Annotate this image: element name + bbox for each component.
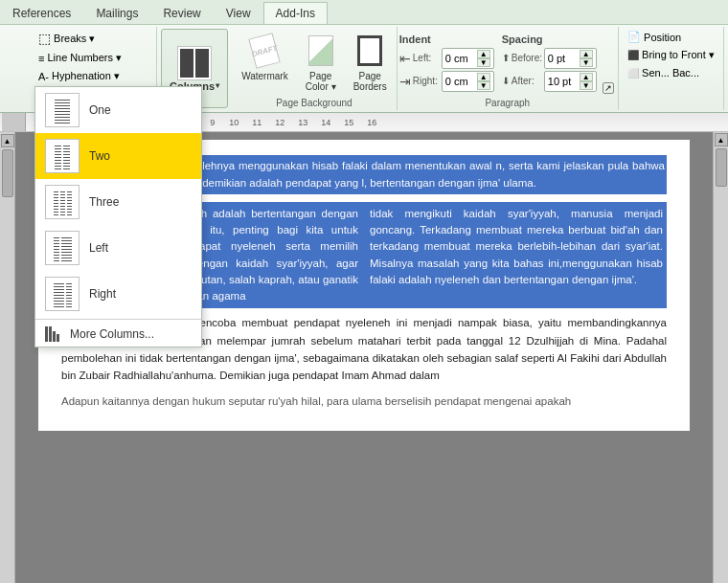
indent-left-input[interactable]: 0 cm ▲ ▼ <box>442 48 494 69</box>
position-button[interactable]: 📄 Position <box>623 29 686 45</box>
watermark-icon: DRAFT <box>249 33 280 69</box>
indent-left-down[interactable]: ▼ <box>477 58 490 67</box>
page-borders-label: PageBorders <box>353 71 387 92</box>
spacing-before-down[interactable]: ▼ <box>580 58 593 67</box>
indent-right-row: ⇥ Right: 0 cm ▲ ▼ <box>399 71 494 92</box>
columns-dropdown-arrow: ▾ <box>216 81 219 90</box>
arrange-items: 📄 Position ⬛ Bring to Front ▾ ⬜ Sen... B… <box>623 29 719 106</box>
send-back-label: Sen... Bac... <box>642 67 699 78</box>
indent-heading: Indent <box>399 34 494 45</box>
scroll-up-right[interactable]: ▲ <box>715 133 728 146</box>
more-columns-label: More Columns... <box>70 327 154 341</box>
spacing-before-input[interactable]: 0 pt ▲ ▼ <box>544 48 597 69</box>
v-scrollbar[interactable]: ▲ <box>0 132 15 583</box>
page-bg-group-label: Page Background <box>276 96 353 108</box>
spacing-heading: Spacing <box>502 34 597 45</box>
watermark-button[interactable]: DRAFT Watermark <box>235 29 295 85</box>
columns-right-item[interactable]: Right <box>35 271 201 317</box>
v-scrollbar-right[interactable]: ▲ <box>713 132 728 583</box>
page-bg-items: DRAFT Watermark PageColor ▾ PageBor <box>235 29 394 96</box>
columns-icon <box>177 46 212 80</box>
spacing-before-spinner[interactable]: ▲ ▼ <box>580 50 593 67</box>
columns-two-item[interactable]: Two <box>35 133 201 179</box>
indent-right-label: ⇥ Right: <box>399 74 438 89</box>
columns-three-label: Three <box>89 195 119 209</box>
scroll-up-button[interactable]: ▲ <box>1 134 14 147</box>
indent-left-label: ⇤ Left: <box>399 51 438 66</box>
columns-dropdown-menu: One Two Three Left Right <box>34 86 202 348</box>
spacing-before-up[interactable]: ▲ <box>580 50 593 58</box>
columns-one-icon <box>45 93 80 127</box>
paragraph-expander[interactable]: ↗ <box>603 82 614 94</box>
indent-section: Indent ⇤ Left: 0 cm ▲ ▼ <box>399 34 494 92</box>
group-arrange: 📄 Position ⬛ Bring to Front ▾ ⬜ Sen... B… <box>619 27 724 110</box>
indent-left-spinner[interactable]: ▲ ▼ <box>477 50 490 67</box>
spacing-after-spinner[interactable]: ▲ ▼ <box>580 73 593 90</box>
spacing-after-label: ⬇ After: <box>502 76 540 86</box>
page-color-button[interactable]: PageColor ▾ <box>299 29 343 96</box>
columns-three-icon <box>45 185 80 219</box>
indent-left-row: ⇤ Left: 0 cm ▲ ▼ <box>399 48 494 69</box>
spacing-section: Spacing ⬆ Before: 0 pt ▲ ▼ <box>502 34 597 92</box>
ribbon-tabs: References Mailings Review View Add-Ins <box>0 0 728 25</box>
columns-right-label: Right <box>89 287 116 301</box>
tab-mailings[interactable]: Mailings <box>83 2 150 24</box>
watermark-label: Watermark <box>241 71 288 81</box>
columns-two-icon <box>45 139 80 173</box>
columns-three-item[interactable]: Three <box>35 179 201 225</box>
columns-left-label: Left <box>89 241 108 255</box>
breaks-button[interactable]: ⬚ Breaks ▾ <box>34 29 100 48</box>
group-page-background: DRAFT Watermark PageColor ▾ PageBor <box>232 27 398 110</box>
columns-left-item[interactable]: Left <box>35 225 201 271</box>
paragraph-items: Indent ⇤ Left: 0 cm ▲ ▼ <box>399 29 616 96</box>
send-backward-button[interactable]: ⬜ Sen... Bac... <box>623 65 704 80</box>
columns-two-label: Two <box>89 149 110 163</box>
columns-right-icon <box>45 277 80 311</box>
indent-right-up[interactable]: ▲ <box>477 73 490 81</box>
tab-references[interactable]: References <box>0 2 83 24</box>
line-numbers-button[interactable]: ≡ Line Numbers ▾ <box>34 50 126 66</box>
spacing-after-input[interactable]: 10 pt ▲ ▼ <box>544 71 597 92</box>
more-columns-item[interactable]: More Columns... <box>35 322 201 347</box>
ruler-margin-marker <box>2 113 26 131</box>
tab-review[interactable]: Review <box>150 2 213 24</box>
page-borders-icon <box>354 33 385 69</box>
bring-to-front-button[interactable]: ⬛ Bring to Front ▾ <box>623 47 719 63</box>
more-columns-icon <box>45 326 62 342</box>
paragraph-3: Adapun kaitannya dengan hukum seputar ru… <box>61 392 667 410</box>
line-numbers-label: Line Numbers ▾ <box>47 52 122 64</box>
breaks-label: Breaks ▾ <box>54 33 95 45</box>
menu-divider <box>35 319 201 320</box>
scroll-thumb-right[interactable] <box>716 148 727 187</box>
columns-left-icon <box>45 231 80 265</box>
page-color-icon <box>306 33 336 69</box>
spacing-after-up[interactable]: ▲ <box>580 73 593 81</box>
columns-one-item[interactable]: One <box>35 87 201 133</box>
indent-right-spinner[interactable]: ▲ ▼ <box>477 73 490 90</box>
page-borders-button[interactable]: PageBorders <box>347 29 394 96</box>
columns-one-label: One <box>89 103 111 117</box>
indent-left-up[interactable]: ▲ <box>477 50 490 58</box>
spacing-after-down[interactable]: ▼ <box>580 81 593 90</box>
spacing-before-row: ⬆ Before: 0 pt ▲ ▼ <box>502 48 597 69</box>
col-right: tidak mengikuti kaidah syar'iyyah, manus… <box>370 206 663 305</box>
indent-right-input[interactable]: 0 cm ▲ ▼ <box>442 71 494 92</box>
group-paragraph: Indent ⇤ Left: 0 cm ▲ ▼ <box>398 27 619 110</box>
hyphenation-button[interactable]: A- Hyphenation ▾ <box>34 68 125 84</box>
hyphenation-label: Hyphenation ▾ <box>52 70 120 82</box>
scroll-thumb[interactable] <box>2 149 13 197</box>
paragraph-group-label: Paragraph <box>485 96 530 108</box>
spacing-after-row: ⬇ After: 10 pt ▲ ▼ <box>502 71 597 92</box>
tab-view[interactable]: View <box>214 2 263 24</box>
indent-right-down[interactable]: ▼ <box>477 81 490 90</box>
page-color-label: PageColor ▾ <box>306 71 336 92</box>
spacing-before-label: ⬆ Before: <box>502 53 540 63</box>
tab-addins[interactable]: Add-Ins <box>263 2 328 24</box>
